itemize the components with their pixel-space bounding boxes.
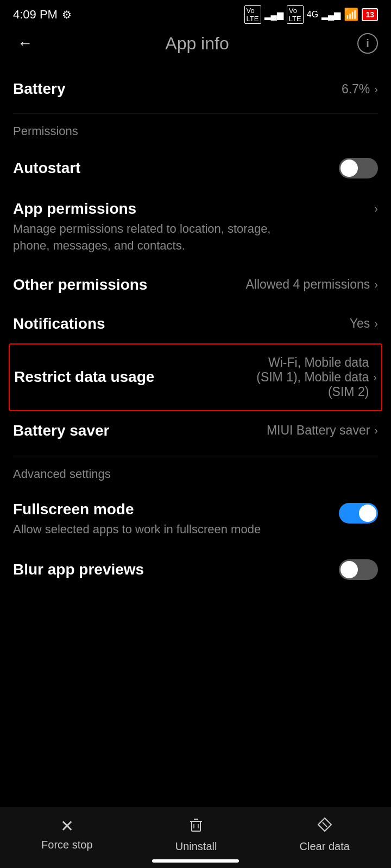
battery-saver-chevron-icon: › — [374, 424, 378, 437]
wifi-icon: 📶 — [344, 8, 358, 22]
battery-indicator: 13 — [362, 8, 378, 21]
autostart-label: Autostart — [13, 159, 80, 177]
fullscreen-sub: Allow selected apps to work in fullscree… — [13, 521, 261, 538]
other-permissions-value: Allowed 4 permissions — [246, 277, 370, 292]
blur-previews-row[interactable]: Blur app previews — [13, 548, 378, 591]
divider-2 — [13, 456, 378, 456]
notifications-chevron-icon: › — [374, 317, 378, 330]
battery-saver-value: MIUI Battery saver — [267, 423, 370, 438]
battery-label: Battery — [13, 80, 65, 98]
battery-saver-row[interactable]: Battery saver MIUI Battery saver › — [13, 411, 378, 450]
advanced-section-label: Advanced settings — [13, 467, 378, 481]
signal1-icon: ▂▄▆ — [264, 10, 283, 20]
battery-saver-label: Battery saver — [13, 422, 109, 439]
autostart-row[interactable]: Autostart — [13, 147, 378, 189]
battery-row[interactable]: Battery 6.7% › — [13, 65, 378, 113]
battery-value: 6.7% — [342, 82, 370, 97]
restrict-data-row[interactable]: Restrict data usage Wi-Fi, Mobile data (… — [9, 343, 382, 411]
divider-1 — [13, 113, 378, 113]
other-permissions-row[interactable]: Other permissions Allowed 4 permissions … — [13, 265, 378, 304]
app-permissions-row[interactable]: App permissions Manage permissions relat… — [13, 189, 378, 265]
clear-data-icon — [316, 816, 333, 836]
status-right: VoLTE ▂▄▆ VoLTE 4G ▂▄▆ 📶 13 — [244, 5, 378, 24]
uninstall-icon — [187, 816, 205, 836]
restrict-data-label: Restrict data usage — [14, 368, 154, 386]
restrict-data-right: Wi-Fi, Mobile data (SIM 1), Mobile data … — [238, 355, 377, 399]
gear-icon: ⚙ — [62, 8, 72, 21]
back-button[interactable]: ← — [13, 33, 37, 54]
other-permissions-label: Other permissions — [13, 276, 147, 293]
restrict-data-chevron-icon: › — [373, 371, 377, 384]
clear-data-label: Clear data — [300, 840, 350, 853]
signal2-icon: ▂▄▆ — [321, 10, 340, 20]
advanced-settings-section: Advanced settings Fullscreen mode Allow … — [13, 467, 378, 591]
app-permissions-right: › — [374, 202, 378, 215]
status-left: 4:09 PM ⚙ — [13, 8, 72, 22]
bottom-bar: ✕ Force stop Uninstall — [0, 807, 391, 868]
restrict-data-value: Wi-Fi, Mobile data (SIM 1), Mobile data … — [238, 355, 369, 399]
app-permissions-chevron-icon: › — [374, 202, 378, 215]
uninstall-button[interactable]: Uninstall — [175, 816, 217, 853]
notifications-right: Yes › — [350, 316, 378, 331]
app-permissions-text: App permissions Manage permissions relat… — [13, 200, 274, 254]
other-permissions-chevron-icon: › — [374, 278, 378, 291]
status-bar: 4:09 PM ⚙ VoLTE ▂▄▆ VoLTE 4G ▂▄▆ 📶 13 — [0, 0, 391, 27]
fullscreen-label: Fullscreen mode — [13, 501, 261, 518]
fullscreen-toggle[interactable] — [339, 503, 378, 524]
battery-right: 6.7% › — [342, 82, 378, 97]
app-permissions-label: App permissions — [13, 200, 274, 218]
force-stop-icon: ✕ — [60, 818, 74, 834]
other-permissions-right: Allowed 4 permissions › — [246, 277, 379, 292]
notifications-value: Yes — [350, 316, 370, 331]
fullscreen-mode-row[interactable]: Fullscreen mode Allow selected apps to w… — [13, 490, 378, 549]
permissions-section-label: Permissions — [13, 124, 378, 138]
volte-icon: VoLTE — [244, 5, 261, 24]
blur-previews-label: Blur app previews — [13, 561, 144, 578]
force-stop-button[interactable]: ✕ Force stop — [41, 818, 92, 851]
info-button[interactable]: i — [357, 33, 378, 54]
4g-label: 4G — [307, 10, 318, 20]
battery-chevron-icon: › — [374, 83, 378, 95]
restrict-data-inner: Restrict data usage Wi-Fi, Mobile data (… — [14, 355, 377, 399]
notifications-label: Notifications — [13, 315, 105, 333]
page-title: App info — [37, 34, 357, 54]
app-permissions-sub: Manage permissions related to location, … — [13, 221, 274, 254]
autostart-toggle[interactable] — [339, 158, 378, 178]
toggle-circle-on — [359, 505, 376, 522]
notifications-row[interactable]: Notifications Yes › — [13, 304, 378, 343]
permissions-section: Permissions Autostart App permissions Ma… — [13, 124, 378, 450]
home-indicator — [152, 859, 239, 863]
volte2-icon: VoLTE — [287, 5, 304, 24]
fullscreen-text: Fullscreen mode Allow selected apps to w… — [13, 501, 261, 538]
battery-saver-right: MIUI Battery saver › — [267, 423, 378, 438]
uninstall-label: Uninstall — [175, 840, 217, 853]
toggle-circle — [340, 159, 358, 177]
main-content: Battery 6.7% › Permissions Autostart App… — [0, 65, 391, 678]
blur-previews-toggle[interactable] — [339, 559, 378, 580]
app-header: ← App info i — [0, 27, 391, 65]
bottom-actions: ✕ Force stop Uninstall — [0, 816, 391, 853]
svg-rect-0 — [192, 821, 200, 831]
toggle-circle-blur — [340, 561, 358, 578]
force-stop-label: Force stop — [41, 839, 92, 851]
clear-data-button[interactable]: Clear data — [300, 816, 350, 853]
time-display: 4:09 PM — [13, 8, 58, 22]
svg-line-6 — [323, 822, 327, 827]
